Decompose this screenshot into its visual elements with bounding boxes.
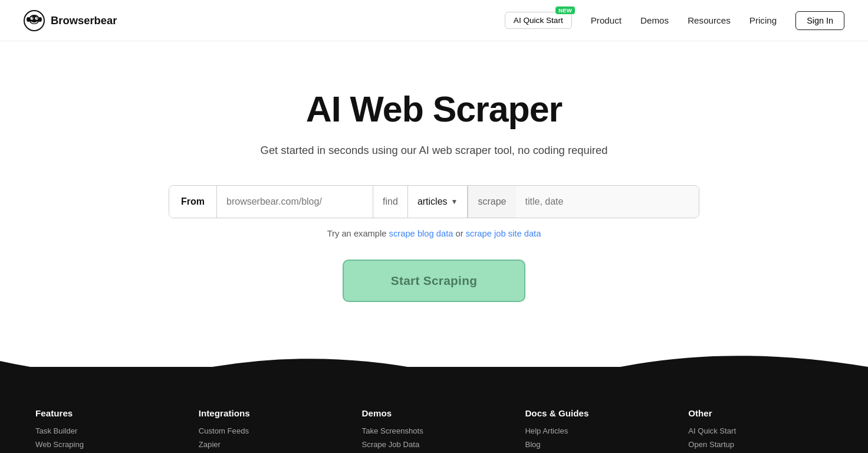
scrape-label: scrape <box>468 186 515 218</box>
svg-point-4 <box>32 17 33 18</box>
footer-link-0-1[interactable]: Web Scraping <box>35 440 180 449</box>
logo-icon <box>24 10 45 31</box>
footer-col-heading-0: Features <box>35 408 180 418</box>
nav-link-product[interactable]: Product <box>591 15 622 25</box>
nav-link-resources[interactable]: Resources <box>688 15 731 25</box>
footer-col-heading-2: Demos <box>362 408 507 418</box>
example-link-job[interactable]: scrape job site data <box>466 229 541 238</box>
footer-col-1: IntegrationsCustom FeedsZapierREST API <box>199 408 343 453</box>
svg-point-5 <box>37 17 38 18</box>
svg-point-6 <box>27 17 30 22</box>
footer-col-0: FeaturesTask BuilderWeb ScrapingAutomate… <box>35 408 180 453</box>
footer-col-2: DemosTake ScreenshotsScrape Job DataAsse… <box>362 408 507 453</box>
nav-links: AI Quick Start NEW Product Demos Resourc… <box>505 11 844 30</box>
ai-quickstart-label: AI Quick Start <box>514 16 563 25</box>
footer-col-heading-1: Integrations <box>199 408 343 418</box>
url-input[interactable] <box>217 186 373 218</box>
footer-link-3-0[interactable]: Help Articles <box>525 426 669 435</box>
example-link-blog[interactable]: scrape blog data <box>389 229 453 238</box>
footer-link-4-1[interactable]: Open Startup <box>688 440 833 449</box>
example-separator: or <box>456 229 466 238</box>
footer: FeaturesTask BuilderWeb ScrapingAutomate… <box>0 385 868 453</box>
new-badge: NEW <box>555 6 574 14</box>
chevron-down-icon: ▼ <box>451 198 458 206</box>
footer-col-heading-4: Other <box>688 408 833 418</box>
navigation: Browserbear AI Quick Start NEW Product D… <box>0 0 868 41</box>
footer-link-0-0[interactable]: Task Builder <box>35 426 180 435</box>
logo[interactable]: Browserbear <box>24 10 117 31</box>
fields-input[interactable] <box>516 186 699 218</box>
sign-in-button[interactable]: Sign In <box>795 11 844 30</box>
footer-link-2-1[interactable]: Scrape Job Data <box>362 440 507 449</box>
type-selector[interactable]: articles ▼ <box>407 186 468 218</box>
footer-col-3: Docs & GuidesHelp ArticlesBlogAPI Refere… <box>525 408 669 453</box>
footer-grid: FeaturesTask BuilderWeb ScrapingAutomate… <box>35 408 833 453</box>
brand-name: Browserbear <box>51 14 117 27</box>
hero-section: AI Web Scraper Get started in seconds us… <box>0 41 868 337</box>
footer-link-1-1[interactable]: Zapier <box>199 440 343 449</box>
find-label: find <box>373 186 407 218</box>
example-prefix: Try an example <box>327 229 387 238</box>
wave-divider <box>0 337 868 385</box>
footer-col-heading-3: Docs & Guides <box>525 408 669 418</box>
type-value: articles <box>417 196 448 207</box>
footer-col-4: OtherAI Quick StartOpen StartupPricing <box>688 408 833 453</box>
hero-subtitle: Get started in seconds using our AI web … <box>261 144 608 157</box>
from-label: From <box>169 186 217 218</box>
ai-quickstart-button[interactable]: AI Quick Start NEW <box>505 12 572 29</box>
nav-link-demos[interactable]: Demos <box>640 15 669 25</box>
nav-link-pricing[interactable]: Pricing <box>749 15 777 25</box>
footer-link-3-1[interactable]: Blog <box>525 440 669 449</box>
footer-link-1-0[interactable]: Custom Feeds <box>199 426 343 435</box>
example-text: Try an example scrape blog data or scrap… <box>327 229 541 238</box>
footer-link-2-0[interactable]: Take Screenshots <box>362 426 507 435</box>
hero-title: AI Web Scraper <box>306 88 562 130</box>
svg-rect-8 <box>0 367 868 385</box>
start-scraping-button[interactable]: Start Scraping <box>343 260 525 302</box>
svg-point-7 <box>38 17 42 22</box>
footer-link-4-0[interactable]: AI Quick Start <box>688 426 833 435</box>
scraper-form: From find articles ▼ scrape <box>169 185 699 218</box>
